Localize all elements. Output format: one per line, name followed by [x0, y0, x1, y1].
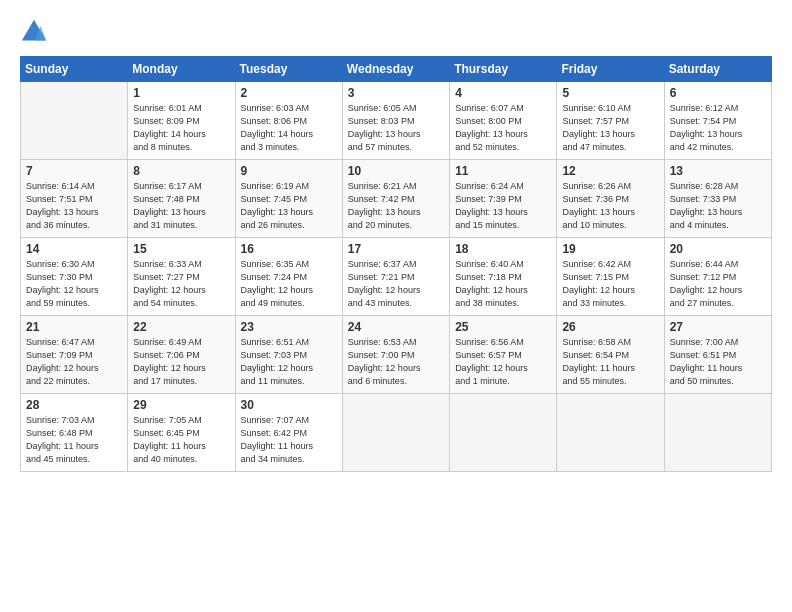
- day-number: 23: [241, 320, 337, 334]
- day-info: Sunrise: 6:53 AM Sunset: 7:00 PM Dayligh…: [348, 336, 444, 388]
- day-number: 26: [562, 320, 658, 334]
- day-cell: 19Sunrise: 6:42 AM Sunset: 7:15 PM Dayli…: [557, 238, 664, 316]
- day-cell: 13Sunrise: 6:28 AM Sunset: 7:33 PM Dayli…: [664, 160, 771, 238]
- day-info: Sunrise: 6:21 AM Sunset: 7:42 PM Dayligh…: [348, 180, 444, 232]
- day-info: Sunrise: 6:49 AM Sunset: 7:06 PM Dayligh…: [133, 336, 229, 388]
- day-info: Sunrise: 6:40 AM Sunset: 7:18 PM Dayligh…: [455, 258, 551, 310]
- day-cell: 6Sunrise: 6:12 AM Sunset: 7:54 PM Daylig…: [664, 82, 771, 160]
- day-info: Sunrise: 6:47 AM Sunset: 7:09 PM Dayligh…: [26, 336, 122, 388]
- day-info: Sunrise: 6:07 AM Sunset: 8:00 PM Dayligh…: [455, 102, 551, 154]
- day-info: Sunrise: 6:17 AM Sunset: 7:48 PM Dayligh…: [133, 180, 229, 232]
- day-cell: 1Sunrise: 6:01 AM Sunset: 8:09 PM Daylig…: [128, 82, 235, 160]
- week-row-4: 21Sunrise: 6:47 AM Sunset: 7:09 PM Dayli…: [21, 316, 772, 394]
- day-number: 9: [241, 164, 337, 178]
- header-row: SundayMondayTuesdayWednesdayThursdayFrid…: [21, 57, 772, 82]
- day-cell: 27Sunrise: 7:00 AM Sunset: 6:51 PM Dayli…: [664, 316, 771, 394]
- logo: [20, 18, 52, 46]
- day-info: Sunrise: 6:30 AM Sunset: 7:30 PM Dayligh…: [26, 258, 122, 310]
- day-cell: 18Sunrise: 6:40 AM Sunset: 7:18 PM Dayli…: [450, 238, 557, 316]
- day-info: Sunrise: 6:03 AM Sunset: 8:06 PM Dayligh…: [241, 102, 337, 154]
- col-header-sunday: Sunday: [21, 57, 128, 82]
- day-info: Sunrise: 6:51 AM Sunset: 7:03 PM Dayligh…: [241, 336, 337, 388]
- day-info: Sunrise: 6:01 AM Sunset: 8:09 PM Dayligh…: [133, 102, 229, 154]
- day-number: 22: [133, 320, 229, 334]
- day-info: Sunrise: 6:35 AM Sunset: 7:24 PM Dayligh…: [241, 258, 337, 310]
- calendar-table: SundayMondayTuesdayWednesdayThursdayFrid…: [20, 56, 772, 472]
- day-number: 28: [26, 398, 122, 412]
- day-cell: 7Sunrise: 6:14 AM Sunset: 7:51 PM Daylig…: [21, 160, 128, 238]
- day-cell: 16Sunrise: 6:35 AM Sunset: 7:24 PM Dayli…: [235, 238, 342, 316]
- day-number: 13: [670, 164, 766, 178]
- col-header-wednesday: Wednesday: [342, 57, 449, 82]
- day-number: 30: [241, 398, 337, 412]
- day-number: 1: [133, 86, 229, 100]
- day-number: 2: [241, 86, 337, 100]
- day-cell: 10Sunrise: 6:21 AM Sunset: 7:42 PM Dayli…: [342, 160, 449, 238]
- day-cell: 30Sunrise: 7:07 AM Sunset: 6:42 PM Dayli…: [235, 394, 342, 472]
- day-number: 16: [241, 242, 337, 256]
- day-info: Sunrise: 6:56 AM Sunset: 6:57 PM Dayligh…: [455, 336, 551, 388]
- day-cell: 11Sunrise: 6:24 AM Sunset: 7:39 PM Dayli…: [450, 160, 557, 238]
- week-row-2: 7Sunrise: 6:14 AM Sunset: 7:51 PM Daylig…: [21, 160, 772, 238]
- day-cell: 17Sunrise: 6:37 AM Sunset: 7:21 PM Dayli…: [342, 238, 449, 316]
- day-info: Sunrise: 6:28 AM Sunset: 7:33 PM Dayligh…: [670, 180, 766, 232]
- day-cell: 20Sunrise: 6:44 AM Sunset: 7:12 PM Dayli…: [664, 238, 771, 316]
- col-header-friday: Friday: [557, 57, 664, 82]
- day-number: 15: [133, 242, 229, 256]
- day-cell: [342, 394, 449, 472]
- day-cell: [557, 394, 664, 472]
- day-number: 6: [670, 86, 766, 100]
- day-number: 10: [348, 164, 444, 178]
- page: SundayMondayTuesdayWednesdayThursdayFrid…: [0, 0, 792, 612]
- day-number: 29: [133, 398, 229, 412]
- day-cell: [450, 394, 557, 472]
- day-info: Sunrise: 6:05 AM Sunset: 8:03 PM Dayligh…: [348, 102, 444, 154]
- day-cell: 15Sunrise: 6:33 AM Sunset: 7:27 PM Dayli…: [128, 238, 235, 316]
- day-info: Sunrise: 6:33 AM Sunset: 7:27 PM Dayligh…: [133, 258, 229, 310]
- day-info: Sunrise: 7:07 AM Sunset: 6:42 PM Dayligh…: [241, 414, 337, 466]
- col-header-saturday: Saturday: [664, 57, 771, 82]
- week-row-5: 28Sunrise: 7:03 AM Sunset: 6:48 PM Dayli…: [21, 394, 772, 472]
- day-cell: 12Sunrise: 6:26 AM Sunset: 7:36 PM Dayli…: [557, 160, 664, 238]
- day-cell: 23Sunrise: 6:51 AM Sunset: 7:03 PM Dayli…: [235, 316, 342, 394]
- day-cell: 22Sunrise: 6:49 AM Sunset: 7:06 PM Dayli…: [128, 316, 235, 394]
- day-number: 21: [26, 320, 122, 334]
- day-info: Sunrise: 6:10 AM Sunset: 7:57 PM Dayligh…: [562, 102, 658, 154]
- day-cell: 25Sunrise: 6:56 AM Sunset: 6:57 PM Dayli…: [450, 316, 557, 394]
- day-cell: 8Sunrise: 6:17 AM Sunset: 7:48 PM Daylig…: [128, 160, 235, 238]
- day-number: 12: [562, 164, 658, 178]
- day-cell: 21Sunrise: 6:47 AM Sunset: 7:09 PM Dayli…: [21, 316, 128, 394]
- day-cell: [21, 82, 128, 160]
- day-number: 17: [348, 242, 444, 256]
- day-cell: 9Sunrise: 6:19 AM Sunset: 7:45 PM Daylig…: [235, 160, 342, 238]
- day-cell: 2Sunrise: 6:03 AM Sunset: 8:06 PM Daylig…: [235, 82, 342, 160]
- day-info: Sunrise: 6:58 AM Sunset: 6:54 PM Dayligh…: [562, 336, 658, 388]
- day-info: Sunrise: 6:26 AM Sunset: 7:36 PM Dayligh…: [562, 180, 658, 232]
- day-info: Sunrise: 6:14 AM Sunset: 7:51 PM Dayligh…: [26, 180, 122, 232]
- day-cell: 5Sunrise: 6:10 AM Sunset: 7:57 PM Daylig…: [557, 82, 664, 160]
- day-cell: 14Sunrise: 6:30 AM Sunset: 7:30 PM Dayli…: [21, 238, 128, 316]
- day-info: Sunrise: 7:05 AM Sunset: 6:45 PM Dayligh…: [133, 414, 229, 466]
- day-number: 7: [26, 164, 122, 178]
- day-info: Sunrise: 6:42 AM Sunset: 7:15 PM Dayligh…: [562, 258, 658, 310]
- day-number: 19: [562, 242, 658, 256]
- day-info: Sunrise: 6:44 AM Sunset: 7:12 PM Dayligh…: [670, 258, 766, 310]
- day-number: 24: [348, 320, 444, 334]
- day-number: 8: [133, 164, 229, 178]
- day-info: Sunrise: 6:37 AM Sunset: 7:21 PM Dayligh…: [348, 258, 444, 310]
- day-number: 25: [455, 320, 551, 334]
- day-info: Sunrise: 7:00 AM Sunset: 6:51 PM Dayligh…: [670, 336, 766, 388]
- day-cell: 26Sunrise: 6:58 AM Sunset: 6:54 PM Dayli…: [557, 316, 664, 394]
- day-cell: [664, 394, 771, 472]
- week-row-3: 14Sunrise: 6:30 AM Sunset: 7:30 PM Dayli…: [21, 238, 772, 316]
- day-cell: 3Sunrise: 6:05 AM Sunset: 8:03 PM Daylig…: [342, 82, 449, 160]
- day-cell: 28Sunrise: 7:03 AM Sunset: 6:48 PM Dayli…: [21, 394, 128, 472]
- day-info: Sunrise: 7:03 AM Sunset: 6:48 PM Dayligh…: [26, 414, 122, 466]
- day-number: 5: [562, 86, 658, 100]
- day-cell: 24Sunrise: 6:53 AM Sunset: 7:00 PM Dayli…: [342, 316, 449, 394]
- header: [20, 18, 772, 46]
- logo-icon: [20, 18, 48, 46]
- day-number: 18: [455, 242, 551, 256]
- day-info: Sunrise: 6:24 AM Sunset: 7:39 PM Dayligh…: [455, 180, 551, 232]
- day-number: 14: [26, 242, 122, 256]
